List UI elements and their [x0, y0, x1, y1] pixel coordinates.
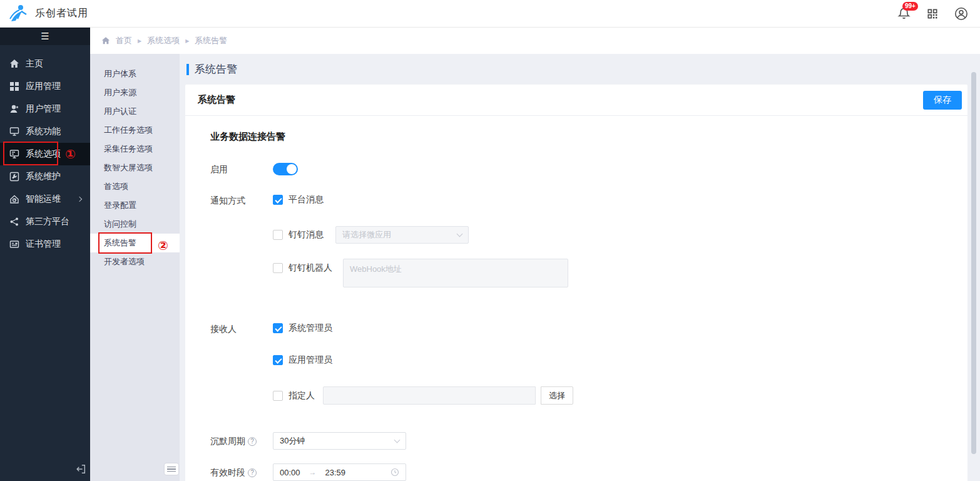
receiver-row: 接收人 系统管理员 应用管理员 [210, 323, 967, 405]
settings-card: 系统告警 保存 业务数据连接告警 启用 [185, 85, 967, 481]
sidebar-item-label: 主页 [26, 58, 43, 70]
clock-icon [390, 468, 399, 477]
subnav-item-user-auth[interactable]: 用户认证 [90, 102, 180, 121]
dingtalk-message-checkbox[interactable] [273, 230, 283, 240]
assignee-checkbox[interactable] [273, 391, 283, 401]
card-title: 系统告警 [198, 94, 235, 106]
silence-period-select[interactable]: 30分钟 [273, 432, 406, 450]
breadcrumb-system-alert[interactable]: 系统告警 [195, 35, 227, 46]
time-range-picker[interactable]: 00:00 → 23:59 [273, 463, 406, 481]
subnav-item-developer-options[interactable]: 开发者选项 [90, 252, 180, 271]
appstore-icon [9, 81, 19, 91]
panel-toggle-icon[interactable] [165, 463, 178, 475]
sidebar-item-label: 证书管理 [26, 239, 61, 250]
question-icon[interactable]: ? [248, 468, 257, 477]
header-actions: 99+ [896, 6, 969, 21]
sidebar-item-label: 系统维护 [26, 171, 61, 182]
section-title: 业务数据连接告警 [210, 131, 967, 143]
sidebar-item-user-management[interactable]: 用户管理 [0, 98, 90, 120]
main-content: 系统告警 系统告警 保存 业务数据连接告警 启用 [180, 54, 980, 481]
annotation-step1-number: ① [65, 147, 76, 162]
subnav-item-login-config[interactable]: 登录配置 [90, 196, 180, 215]
breadcrumb-system-options[interactable]: 系统选项 [147, 35, 180, 46]
user-avatar-icon[interactable] [954, 6, 969, 21]
subnav-item-work-task-options[interactable]: 工作任务选项 [90, 121, 180, 140]
sidebar-item-home[interactable]: 主页 [0, 53, 90, 75]
enable-toggle[interactable] [273, 163, 298, 175]
subnav-item-access-control[interactable]: 访问控制 [90, 215, 180, 234]
webhook-textarea[interactable]: WebHook地址 [343, 259, 568, 287]
sidebar-item-app-management[interactable]: 应用管理 [0, 75, 90, 98]
card-header: 系统告警 保存 [185, 85, 967, 116]
breadcrumb-home[interactable]: 首页 [116, 35, 132, 46]
app-title: 乐创者试用 [35, 7, 88, 20]
micro-app-select[interactable]: 请选择微应用 [335, 226, 469, 244]
alert-form: 业务数据连接告警 启用 通知方式 [185, 116, 967, 481]
gauge-icon [9, 194, 19, 204]
subnav-item-bigscreen-options[interactable]: 数智大屏选项 [90, 158, 180, 177]
sidebar-item-intelligent-ops[interactable]: 智能运维 [0, 188, 90, 210]
time-end-value[interactable]: 23:59 [325, 468, 346, 477]
question-icon[interactable]: ? [248, 437, 257, 446]
silence-period-value: 30分钟 [280, 435, 395, 447]
dingtalk-robot-checkbox[interactable] [273, 263, 283, 273]
share-nodes-icon [9, 217, 19, 227]
home-icon [9, 59, 19, 69]
primary-sidebar: ☰ 主页 应用管理 用户管理 系统功能 [0, 28, 90, 481]
secondary-sidebar: 用户体系 用户来源 用户认证 工作任务选项 采集任务选项 数智大屏选项 首选项 … [90, 54, 180, 481]
notification-bell-icon[interactable]: 99+ [896, 6, 911, 21]
assignee-input[interactable] [323, 386, 536, 405]
platform-message-checkbox[interactable] [273, 195, 283, 205]
time-start-value[interactable]: 00:00 [280, 468, 300, 477]
sys-admin-label: 系统管理员 [288, 323, 332, 334]
subnav-item-user-source[interactable]: 用户来源 [90, 83, 180, 102]
subnav-item-system-alert[interactable]: 系统告警 ② [90, 234, 180, 252]
sidebar-item-label: 系统选项 [26, 148, 61, 160]
sys-admin-checkbox[interactable] [273, 323, 283, 333]
arrow-right-icon: → [309, 468, 317, 477]
logo-icon [8, 4, 29, 24]
chevron-right-icon [77, 197, 82, 202]
sidebar-item-label: 用户管理 [26, 103, 61, 115]
breadcrumb-separator-icon: ▶ [185, 38, 189, 44]
sidebar-item-label: 系统功能 [26, 126, 61, 137]
sidebar-item-third-party[interactable]: 第三方平台 [0, 210, 90, 233]
assignee-label: 指定人 [288, 390, 315, 401]
sidebar-hamburger-icon[interactable]: ☰ [0, 28, 90, 45]
qr-icon [926, 8, 939, 20]
platform-message-option: 平台消息 [273, 194, 568, 205]
dingtalk-robot-label: 钉钉机器人 [288, 262, 332, 274]
sidebar-item-system-maintenance[interactable]: 系统维护 [0, 165, 90, 188]
app-admin-checkbox[interactable] [273, 355, 283, 365]
app-admin-label: 应用管理员 [288, 354, 332, 366]
sidebar-item-label: 第三方平台 [26, 216, 69, 227]
save-button[interactable]: 保存 [923, 91, 962, 110]
top-header: 乐创者试用 99+ [0, 0, 980, 28]
subnav-item-collect-task-options[interactable]: 采集任务选项 [90, 140, 180, 158]
silence-period-label-text: 沉默周期 [210, 436, 245, 447]
monitor-settings-icon [9, 149, 19, 159]
wrench-icon [9, 172, 19, 182]
users-icon [9, 104, 19, 114]
effective-period-label-text: 有效时段 [210, 467, 245, 478]
sidebar-item-certificate-management[interactable]: 证书管理 [0, 233, 90, 256]
sidebar-item-system-options[interactable]: 系统选项 ① [0, 143, 90, 165]
sidebar-item-system-functions[interactable]: 系统功能 [0, 120, 90, 143]
receiver-options: 系统管理员 应用管理员 指定人 [273, 323, 573, 405]
breadcrumb: 首页 ▶ 系统选项 ▶ 系统告警 [90, 28, 980, 54]
subnav-item-user-system[interactable]: 用户体系 [90, 65, 180, 83]
subnav-item-preferences[interactable]: 首选项 [90, 177, 180, 196]
notify-options: 平台消息 钉钉消息 请选择微应用 [273, 194, 568, 287]
person-icon [954, 7, 968, 21]
platform-message-label: 平台消息 [288, 194, 324, 205]
qr-code-icon[interactable] [925, 6, 940, 21]
sidebar-collapse-icon[interactable] [74, 462, 88, 476]
vertical-scrollbar[interactable] [971, 72, 976, 454]
page-title-row: 系统告警 [186, 62, 967, 76]
enable-label: 启用 [210, 163, 273, 175]
assignee-select-button[interactable]: 选择 [541, 386, 573, 405]
certificate-icon [9, 239, 19, 249]
receiver-label: 接收人 [210, 323, 273, 335]
primary-nav: 主页 应用管理 用户管理 系统功能 系统选项 [0, 45, 90, 256]
micro-app-select-placeholder: 请选择微应用 [342, 229, 457, 240]
